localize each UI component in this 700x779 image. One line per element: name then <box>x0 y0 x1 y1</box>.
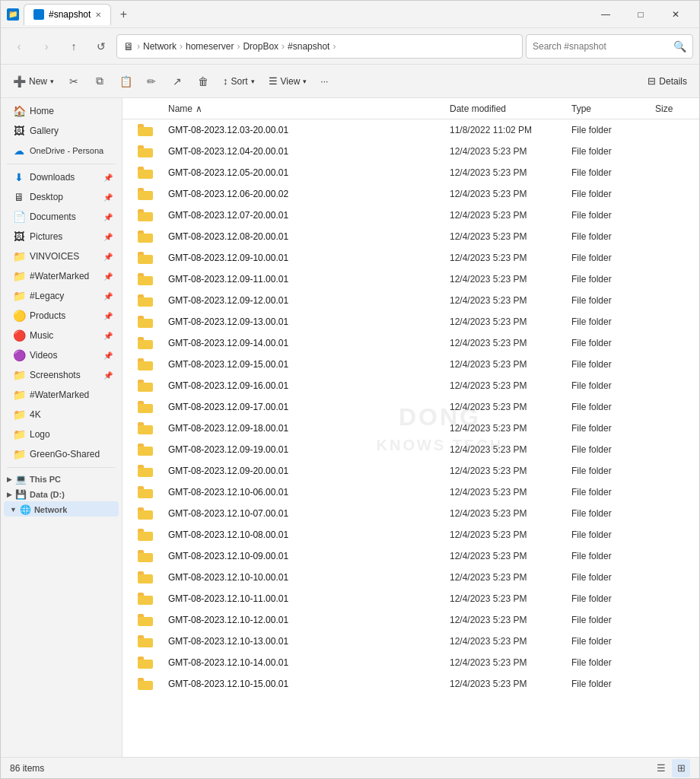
address-bar: ‹ › ↑ ↺ 🖥 › Network › homeserver › DropB… <box>1 28 699 65</box>
back-button[interactable]: ‹ <box>7 34 31 59</box>
breadcrumb-homeserver[interactable]: homeserver <box>186 41 234 52</box>
column-size-label: Size <box>655 103 673 114</box>
column-size[interactable]: Size <box>655 103 699 114</box>
breadcrumb-snapshot[interactable]: #snapshot <box>288 41 329 52</box>
table-row[interactable]: GMT-08-2023.12.09-11.00.01 12/4/2023 5:2… <box>123 269 699 290</box>
table-row[interactable]: GMT-08-2023.12.10-11.00.01 12/4/2023 5:2… <box>123 588 699 609</box>
copy-button[interactable]: ⧉ <box>88 69 112 94</box>
table-row[interactable]: GMT-08-2023.12.08-20.00.01 12/4/2023 5:2… <box>123 226 699 247</box>
column-type[interactable]: Type <box>571 103 655 114</box>
sidebar-thispc-section[interactable]: ▶ 💻 This PC <box>1 471 122 486</box>
sidebar-item-4k[interactable]: 📁 4K <box>4 405 119 424</box>
logo-icon: 📁 <box>13 428 25 440</box>
sort-button[interactable]: ↕ Sort ▾ <box>217 69 261 94</box>
table-row[interactable]: GMT-08-2023.12.09-12.00.01 12/4/2023 5:2… <box>123 290 699 311</box>
table-row[interactable]: GMT-08-2023.12.10-15.00.01 12/4/2023 5:2… <box>123 673 699 695</box>
minimize-button[interactable]: — <box>588 1 623 28</box>
table-row[interactable]: GMT-08-2023.12.09-16.00.01 12/4/2023 5:2… <box>123 375 699 396</box>
list-view-icon[interactable]: ⊞ <box>672 759 690 777</box>
table-row[interactable]: GMT-08-2023.12.09-19.00.01 12/4/2023 5:2… <box>123 439 699 460</box>
up-button[interactable]: ↑ <box>62 34 86 59</box>
share-button[interactable]: ↗ <box>165 69 189 94</box>
new-tab-button[interactable]: + <box>113 4 134 25</box>
cut-button[interactable]: ✂ <box>62 69 86 94</box>
table-row[interactable]: GMT-08-2023.12.10-10.00.01 12/4/2023 5:2… <box>123 567 699 588</box>
sidebar-item-screenshots[interactable]: 📁 Screenshots 📌 <box>4 365 119 385</box>
table-row[interactable]: GMT-08-2023.12.10-06.00.01 12/4/2023 5:2… <box>123 482 699 503</box>
sidebar-item-downloads[interactable]: ⬇ Downloads 📌 <box>4 167 119 187</box>
active-tab[interactable]: #snapshot ✕ <box>24 4 111 25</box>
table-row[interactable]: GMT-08-2023.12.03-20.00.01 11/8/2022 11:… <box>123 119 699 141</box>
sidebar-item-gallery[interactable]: 🖼 Gallery <box>4 121 119 141</box>
sidebar-item-pictures[interactable]: 🖼 Pictures 📌 <box>4 227 119 246</box>
delete-button[interactable]: 🗑 <box>191 69 215 94</box>
table-row[interactable]: GMT-08-2023.12.09-10.00.01 12/4/2023 5:2… <box>123 247 699 269</box>
file-name: GMT-08-2023.12.09-11.00.01 <box>168 274 450 285</box>
file-date: 12/4/2023 5:23 PM <box>450 380 571 391</box>
column-name[interactable]: Name ∧ <box>123 103 450 114</box>
device-icon: 🖥 <box>123 40 134 52</box>
file-icon-cell <box>123 316 168 328</box>
sidebar-item-watermarked1[interactable]: 📁 #WaterMarked 📌 <box>4 266 119 286</box>
file-name: GMT-08-2023.12.09-16.00.01 <box>168 380 450 391</box>
sidebar-item-greengoshared[interactable]: 📁 GreenGo-Shared <box>4 444 119 464</box>
close-button[interactable]: ✕ <box>658 1 693 28</box>
table-row[interactable]: GMT-08-2023.12.09-17.00.01 12/4/2023 5:2… <box>123 396 699 418</box>
sidebar-datad-section[interactable]: ▶ 💾 Data (D:) <box>1 486 122 501</box>
file-date: 12/4/2023 5:23 PM <box>450 402 571 412</box>
documents-pin-icon: 📌 <box>103 213 113 221</box>
breadcrumb-dropbox[interactable]: DropBox <box>243 41 278 52</box>
sidebar-item-home[interactable]: 🏠 Home <box>4 101 119 121</box>
table-row[interactable]: GMT-08-2023.12.09-14.00.01 12/4/2023 5:2… <box>123 332 699 354</box>
table-row[interactable]: GMT-08-2023.12.10-07.00.01 12/4/2023 5:2… <box>123 503 699 524</box>
rename-button[interactable]: ✏ <box>139 69 164 94</box>
forward-button[interactable]: › <box>34 34 59 59</box>
file-icon-cell <box>123 444 168 456</box>
breadcrumb[interactable]: 🖥 › Network › homeserver › DropBox › #sn… <box>116 34 523 59</box>
table-row[interactable]: GMT-08-2023.12.10-12.00.01 12/4/2023 5:2… <box>123 609 699 631</box>
sidebar-item-onedrive[interactable]: ☁ OneDrive - Persona <box>4 141 119 161</box>
table-row[interactable]: GMT-08-2023.12.09-18.00.01 12/4/2023 5:2… <box>123 418 699 439</box>
table-row[interactable]: GMT-08-2023.12.10-14.00.01 12/4/2023 5:2… <box>123 652 699 673</box>
table-row[interactable]: GMT-08-2023.12.07-20.00.01 12/4/2023 5:2… <box>123 205 699 226</box>
table-row[interactable]: GMT-08-2023.12.04-20.00.01 12/4/2023 5:2… <box>123 141 699 162</box>
new-button[interactable]: ➕ New ▾ <box>7 69 60 94</box>
gallery-icon: 🖼 <box>13 125 25 137</box>
sidebar-item-videos[interactable]: 🟣 Videos 📌 <box>4 345 119 365</box>
file-type: File folder <box>571 338 655 348</box>
search-input[interactable] <box>533 41 670 52</box>
details-view-icon[interactable]: ☰ <box>652 759 670 777</box>
more-button[interactable]: ··· <box>314 69 334 94</box>
folder-icon <box>138 231 153 243</box>
sidebar-network-section[interactable]: ▼ 🌐 Network <box>4 501 119 517</box>
sidebar-item-logo[interactable]: 📁 Logo <box>4 424 119 444</box>
breadcrumb-network[interactable]: Network <box>143 41 177 52</box>
table-row[interactable]: GMT-08-2023.12.06-20.00.02 12/4/2023 5:2… <box>123 183 699 205</box>
watermarked2-icon: 📁 <box>13 389 25 401</box>
table-row[interactable]: GMT-08-2023.12.10-09.00.01 12/4/2023 5:2… <box>123 545 699 567</box>
file-date: 12/4/2023 5:23 PM <box>450 316 571 327</box>
paste-button[interactable]: 📋 <box>113 69 138 94</box>
table-row[interactable]: GMT-08-2023.12.10-13.00.01 12/4/2023 5:2… <box>123 631 699 652</box>
music-icon: 🔴 <box>13 329 25 342</box>
refresh-button[interactable]: ↺ <box>89 34 113 59</box>
table-row[interactable]: GMT-08-2023.12.09-20.00.01 12/4/2023 5:2… <box>123 460 699 482</box>
column-date[interactable]: Date modified <box>450 103 571 114</box>
table-row[interactable]: GMT-08-2023.12.09-15.00.01 12/4/2023 5:2… <box>123 354 699 375</box>
details-button[interactable]: ⊟ Details <box>641 69 693 94</box>
file-name: GMT-08-2023.12.10-14.00.01 <box>168 657 450 668</box>
table-row[interactable]: GMT-08-2023.12.05-20.00.01 12/4/2023 5:2… <box>123 162 699 183</box>
table-row[interactable]: GMT-08-2023.12.09-13.00.01 12/4/2023 5:2… <box>123 311 699 332</box>
sidebar-item-products[interactable]: 🟡 Products 📌 <box>4 306 119 326</box>
videos-icon: 🟣 <box>13 349 25 361</box>
view-button[interactable]: ☰ View ▾ <box>262 69 313 94</box>
sidebar-item-watermarked2[interactable]: 📁 #WaterMarked <box>4 385 119 405</box>
table-row[interactable]: GMT-08-2023.12.10-08.00.01 12/4/2023 5:2… <box>123 524 699 545</box>
sidebar-item-desktop[interactable]: 🖥 Desktop 📌 <box>4 187 119 207</box>
sidebar-item-vinvoices[interactable]: 📁 VINVOICES 📌 <box>4 246 119 266</box>
sidebar-item-documents[interactable]: 📄 Documents 📌 <box>4 207 119 227</box>
maximize-button[interactable]: □ <box>623 1 658 28</box>
sidebar-item-legacy[interactable]: 📁 #Legacy 📌 <box>4 286 119 306</box>
sidebar-item-music[interactable]: 🔴 Music 📌 <box>4 326 119 345</box>
tab-close-button[interactable]: ✕ <box>95 11 101 19</box>
